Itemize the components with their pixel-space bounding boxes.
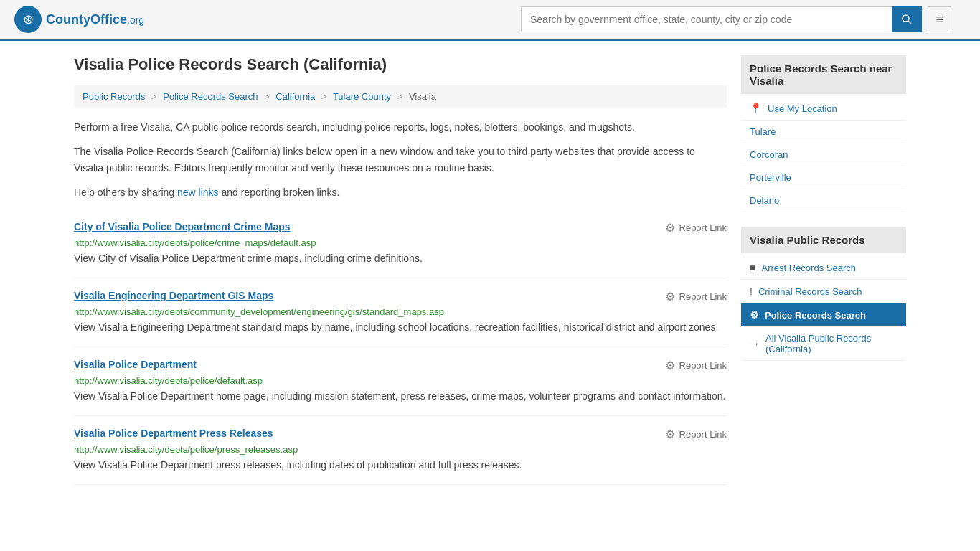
report-icon: ⚙ [665,290,675,303]
result-description: View City of Visalia Police Department c… [74,251,727,266]
nearby-cities-list: TulareCorcoranPortervilleDelano [741,121,906,212]
report-icon: ⚙ [665,428,675,441]
link-label: Arrest Records Search [761,263,856,273]
breadcrumb-police-records-search[interactable]: Police Records Search [163,91,258,102]
svg-point-0 [903,15,909,22]
result-header: Visalia Engineering Department GIS Maps … [74,290,727,303]
breadcrumb-tulare-county[interactable]: Tulare County [333,91,391,102]
result-item: Visalia Police Department Press Releases… [74,416,727,485]
search-button[interactable] [892,6,922,32]
description-3: Help others by sharing new links and rep… [74,184,727,200]
link-icon: ⚙ [750,309,759,321]
result-header: Visalia Police Department Press Releases… [74,428,727,441]
menu-button[interactable]: ≡ [928,6,951,32]
main-container: Visalia Police Records Search (Californi… [60,41,920,499]
results-list: City of Visalia Police Department Crime … [74,209,727,485]
report-icon: ⚙ [665,221,675,235]
report-link-button[interactable]: ⚙ Report Link [665,221,727,235]
sidebar-public-records-title: Visalia Public Records [741,227,906,253]
result-title[interactable]: Visalia Engineering Department GIS Maps [74,290,273,301]
result-url[interactable]: http://www.visalia.city/depts/police/pre… [74,444,727,455]
result-header: City of Visalia Police Department Crime … [74,221,727,235]
sidebar-nearby-title: Police Records Search near Visalia [741,55,906,94]
link-label: Criminal Records Search [758,286,862,297]
description-2: The Visalia Police Records Search (Calif… [74,143,727,176]
link-icon: ■ [750,262,755,273]
result-item: City of Visalia Police Department Crime … [74,209,727,278]
breadcrumb: Public Records > Police Records Search >… [74,85,727,108]
sidebar-public-records-section: Visalia Public Records ■Arrest Records S… [741,227,906,361]
link-icon: ! [750,286,753,297]
result-header: Visalia Police Department ⚙ Report Link [74,359,727,372]
search-icon [901,14,913,25]
public-records-link[interactable]: ■Arrest Records Search [741,256,906,280]
result-description: View Visalia Police Department press rel… [74,458,727,473]
link-label: Police Records Search [765,310,866,321]
breadcrumb-california[interactable]: California [275,91,315,102]
use-my-location-link[interactable]: 📍 Use My Location [741,97,906,121]
public-records-link[interactable]: !Criminal Records Search [741,280,906,303]
description-1: Perform a free Visalia, CA public police… [74,119,727,135]
result-title[interactable]: Visalia Police Department [74,359,197,370]
result-item: Visalia Police Department ⚙ Report Link … [74,347,727,416]
link-icon: → [750,338,760,349]
result-url[interactable]: http://www.visalia.city/depts/police/cri… [74,237,727,248]
site-logo-icon: ⊛ [14,6,42,33]
breadcrumb-public-records[interactable]: Public Records [83,91,145,102]
header: ⊛ CountyOffice.org ≡ [0,0,980,41]
svg-line-1 [908,21,911,24]
nearby-city-link[interactable]: Porterville [741,166,906,189]
result-item: Visalia Engineering Department GIS Maps … [74,278,727,347]
logo-area: ⊛ CountyOffice.org [14,6,144,33]
result-url[interactable]: http://www.visalia.city/depts/community_… [74,306,727,317]
location-icon: 📍 [750,103,762,114]
page-title: Visalia Police Records Search (Californi… [74,55,727,74]
content-area: Visalia Police Records Search (Californi… [74,55,727,485]
result-title[interactable]: Visalia Police Department Press Releases [74,428,273,439]
report-link-button[interactable]: ⚙ Report Link [665,359,727,372]
report-icon: ⚙ [665,359,675,372]
public-records-link[interactable]: ⚙Police Records Search [741,303,906,327]
result-url[interactable]: http://www.visalia.city/depts/police/def… [74,375,727,386]
report-link-button[interactable]: ⚙ Report Link [665,428,727,441]
site-logo-text: CountyOffice.org [46,12,144,27]
public-records-links-list: ■Arrest Records Search!Criminal Records … [741,256,906,361]
report-link-button[interactable]: ⚙ Report Link [665,290,727,303]
result-description: View Visalia Police Department home page… [74,389,727,404]
search-input[interactable] [521,6,892,32]
nearby-city-link[interactable]: Delano [741,189,906,212]
result-title[interactable]: City of Visalia Police Department Crime … [74,221,291,232]
result-description: View Visalia Engineering Department stan… [74,320,727,335]
public-records-link[interactable]: →All Visalia Public Records (California) [741,327,906,361]
breadcrumb-visalia: Visalia [409,91,436,102]
sidebar-nearby-section: Police Records Search near Visalia 📍 Use… [741,55,906,212]
nearby-city-link[interactable]: Corcoran [741,143,906,166]
nearby-city-link[interactable]: Tulare [741,121,906,143]
link-label: All Visalia Public Records (California) [765,333,897,354]
search-area: ≡ [521,6,951,32]
sidebar: Police Records Search near Visalia 📍 Use… [741,55,906,485]
new-links-link[interactable]: new links [177,187,219,198]
